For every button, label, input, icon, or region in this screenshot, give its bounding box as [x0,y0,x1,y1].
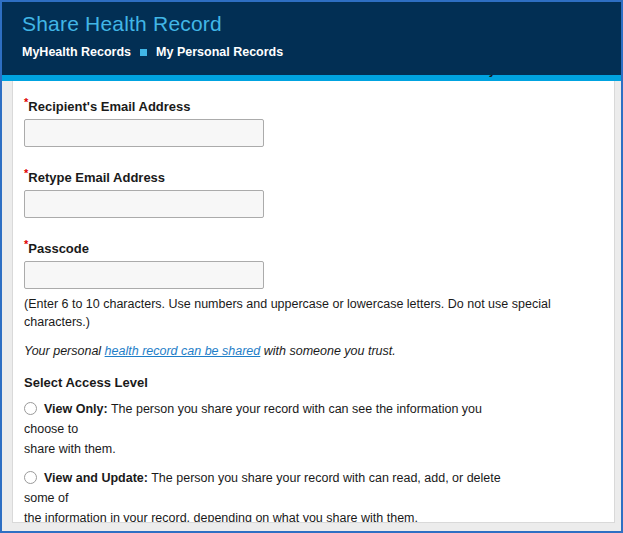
recipient-email-input[interactable] [24,119,264,147]
view-only-option[interactable]: View Only: The person you share your rec… [24,399,504,459]
retype-email-label: *Retype Email Address [24,167,596,185]
access-level-heading: Select Access Level [24,375,596,390]
passcode-label: *Passcode [24,238,596,256]
share-form: *Recipient's Email Address *Retype Email… [12,81,615,523]
share-note: Your personal health record can be share… [24,344,596,358]
share-note-suffix: with someone you trust. [260,344,395,358]
breadcrumb-separator-icon [140,49,147,56]
breadcrumb-item-my-personal-records: My Personal Records [156,45,283,59]
breadcrumb-item-myhealth-records[interactable]: MyHealth Records [22,45,131,59]
header-accent-bar [2,75,621,81]
breadcrumb: MyHealth RecordsMy Personal Records [22,45,621,59]
retype-email-input[interactable] [24,190,264,218]
share-note-prefix: Your personal [24,344,105,358]
passcode-hint: (Enter 6 to 10 characters. Use numbers a… [24,295,584,331]
passcode-input[interactable] [24,261,264,289]
health-record-shared-link[interactable]: health record can be shared [105,344,261,358]
share-health-record-window: mandatory field Share Health Record MyHe… [0,0,623,533]
view-only-label: View Only: [44,402,108,416]
view-and-update-label: View and Update: [44,471,148,485]
page-title: Share Health Record [22,12,621,36]
view-only-radio[interactable] [24,402,37,415]
view-and-update-option[interactable]: View and Update: The person you share yo… [24,468,504,523]
view-and-update-radio[interactable] [24,471,37,484]
recipient-email-label: *Recipient's Email Address [24,96,596,114]
page-header: Share Health Record MyHealth RecordsMy P… [2,2,621,75]
